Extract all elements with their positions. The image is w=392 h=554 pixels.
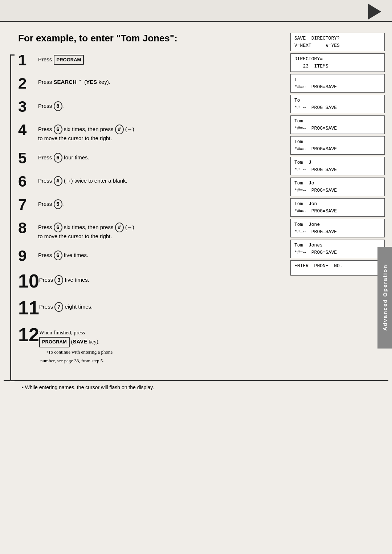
lcd-1-line2: V=NEXT ∧=YES bbox=[294, 42, 381, 49]
lcd-10-line2: *#=↔ PROG=SAVE bbox=[294, 228, 381, 236]
lcd-display-1: SAVE DIRECTORY? V=NEXT ∧=YES bbox=[290, 33, 385, 51]
lcd-9-line2: *#=↔ PROG=SAVE bbox=[294, 208, 381, 215]
lcd-2-line2: 23 ITEMS bbox=[294, 63, 381, 70]
program-key-1: PROGRAM bbox=[54, 55, 84, 65]
step-1: 1 Press PROGRAM. bbox=[18, 53, 283, 68]
step-10-text: Press 3 five times. bbox=[39, 272, 89, 285]
lcd-display-11: Tom Jones *#=↔ PROG=SAVE bbox=[290, 240, 385, 258]
search-key: SEARCH bbox=[54, 79, 77, 85]
key-hash-step4: # bbox=[115, 125, 124, 134]
lcd-display-7: Tom J *#=↔ PROG=SAVE bbox=[290, 157, 385, 175]
step-5-number: 5 bbox=[18, 151, 38, 166]
step-8-number: 8 bbox=[18, 220, 38, 236]
step-11-text: Press 7 eight times. bbox=[39, 298, 93, 312]
step-12-text: When finished, press PROGRAM (SAVE key).… bbox=[39, 325, 113, 365]
main-content: For example, to enter "Tom Jones": 1 Pre… bbox=[0, 22, 392, 380]
key-6-step8: 6 bbox=[54, 223, 62, 232]
lcd-display-4: To *#=↔ PROG=SAVE bbox=[290, 95, 385, 113]
step-6-number: 6 bbox=[18, 174, 38, 189]
step-4: 4 Press 6 six times, then press # (→)to … bbox=[18, 122, 283, 143]
step-5: 5 Press 6 four times. bbox=[18, 151, 283, 166]
key-hash-step6: # bbox=[54, 176, 62, 186]
step-11: 11 Press 7 eight times. bbox=[18, 298, 283, 317]
left-bracket-decoration bbox=[10, 54, 15, 381]
top-bar bbox=[0, 0, 392, 22]
step-3: 3 Press 8. bbox=[18, 99, 283, 114]
next-arrow-icon bbox=[368, 4, 381, 20]
step-5-text: Press 6 four times. bbox=[38, 151, 89, 163]
step-1-number: 1 bbox=[18, 53, 38, 68]
key-6-step4: 6 bbox=[54, 125, 62, 134]
step-9-text: Press 6 five times. bbox=[38, 248, 88, 260]
displays-column: SAVE DIRECTORY? V=NEXT ∧=YES DIRECTORY= … bbox=[290, 33, 385, 373]
advanced-operation-tab: Advanced Operation bbox=[377, 247, 392, 349]
step-11-number: 11 bbox=[18, 298, 39, 317]
step-3-number: 3 bbox=[18, 99, 38, 114]
lcd-display-12: ENTER PHONE NO. bbox=[290, 260, 385, 276]
lcd-8-line1: Tom Jo bbox=[294, 180, 381, 187]
step-10: 10 Press 3 five times. bbox=[18, 272, 283, 290]
step-6: 6 Press # (→) twice to enter a blank. bbox=[18, 174, 283, 189]
lcd-9-line1: Tom Jon bbox=[294, 200, 381, 208]
lcd-5-line2: *#=↔ PROG=SAVE bbox=[294, 125, 381, 132]
step-1-text: Press PROGRAM. bbox=[38, 53, 86, 65]
step-7: 7 Press 5. bbox=[18, 197, 283, 212]
step-8-text: Press 6 six times, then press # (→)to mo… bbox=[38, 220, 134, 241]
key-7-step11: 7 bbox=[54, 302, 63, 312]
bottom-note: • While entering names, the cursor will … bbox=[4, 380, 388, 394]
step-12-number: 12 bbox=[18, 325, 39, 344]
lcd-1-line1: SAVE DIRECTORY? bbox=[294, 35, 381, 42]
lcd-display-3: T *#=↔ PROG=SAVE bbox=[290, 74, 385, 93]
key-3-step10: 3 bbox=[54, 275, 63, 285]
lcd-4-line1: To bbox=[294, 97, 381, 104]
lcd-7-line1: Tom J bbox=[294, 159, 381, 166]
lcd-3-line2: *#=↔ PROG=SAVE bbox=[294, 83, 381, 91]
lcd-display-5: Tom *#=↔ PROG=SAVE bbox=[290, 115, 385, 134]
lcd-display-9: Tom Jon *#=↔ PROG=SAVE bbox=[290, 198, 385, 217]
key-5-step7: 5 bbox=[54, 199, 62, 209]
lcd-11-line1: Tom Jones bbox=[294, 242, 381, 249]
step-7-text: Press 5. bbox=[38, 197, 64, 209]
lcd-5-line1: Tom bbox=[294, 118, 381, 125]
lcd-3-line1: T bbox=[294, 76, 381, 83]
step-3-text: Press 8. bbox=[38, 99, 64, 111]
step-7-number: 7 bbox=[18, 197, 38, 212]
step-9: 9 Press 6 five times. bbox=[18, 248, 283, 264]
bottom-note-text: • While entering names, the cursor will … bbox=[22, 384, 154, 390]
lcd-2-line1: DIRECTORY= bbox=[294, 56, 381, 63]
program-key-12: PROGRAM bbox=[39, 337, 70, 347]
lcd-6-line2: *#=↔ PROG=SAVE bbox=[294, 146, 381, 153]
lcd-11-line2: *#=↔ PROG=SAVE bbox=[294, 249, 381, 256]
lcd-10-line1: Tom Jone bbox=[294, 221, 381, 228]
lcd-display-10: Tom Jone *#=↔ PROG=SAVE bbox=[290, 219, 385, 237]
step-10-number: 10 bbox=[18, 272, 39, 290]
lcd-12-line1: ENTER PHONE NO. bbox=[294, 262, 381, 270]
lcd-display-6: Tom *#=↔ PROG=SAVE bbox=[290, 136, 385, 155]
page-title: For example, to enter "Tom Jones": bbox=[18, 33, 283, 44]
key-8: 8 bbox=[54, 101, 62, 111]
key-hash-step8: # bbox=[115, 223, 124, 232]
step-4-number: 4 bbox=[18, 122, 38, 138]
key-6-step9: 6 bbox=[54, 250, 62, 260]
lcd-display-2: DIRECTORY= 23 ITEMS bbox=[290, 53, 385, 72]
step-9-number: 9 bbox=[18, 248, 38, 264]
lcd-8-line2: *#=↔ PROG=SAVE bbox=[294, 187, 381, 194]
step-2-number: 2 bbox=[18, 76, 38, 91]
step-2: 2 Press SEARCH ⌃ (YES key). bbox=[18, 76, 283, 91]
step-12: 12 When finished, press PROGRAM (SAVE ke… bbox=[18, 325, 283, 365]
step-8: 8 Press 6 six times, then press # (→)to … bbox=[18, 220, 283, 241]
step-6-text: Press # (→) twice to enter a blank. bbox=[38, 174, 127, 186]
step-12-subtext: •To continue with entering a phone numbe… bbox=[39, 349, 113, 363]
key-6-step5: 6 bbox=[54, 153, 62, 163]
steps-column: For example, to enter "Tom Jones": 1 Pre… bbox=[18, 33, 290, 373]
lcd-7-line2: *#=↔ PROG=SAVE bbox=[294, 166, 381, 174]
step-4-text: Press 6 six times, then press # (→)to mo… bbox=[38, 122, 134, 143]
step-2-text: Press SEARCH ⌃ (YES key). bbox=[38, 76, 110, 86]
lcd-6-line1: Tom bbox=[294, 138, 381, 146]
lcd-4-line2: *#=↔ PROG=SAVE bbox=[294, 104, 381, 111]
lcd-display-8: Tom Jo *#=↔ PROG=SAVE bbox=[290, 178, 385, 196]
